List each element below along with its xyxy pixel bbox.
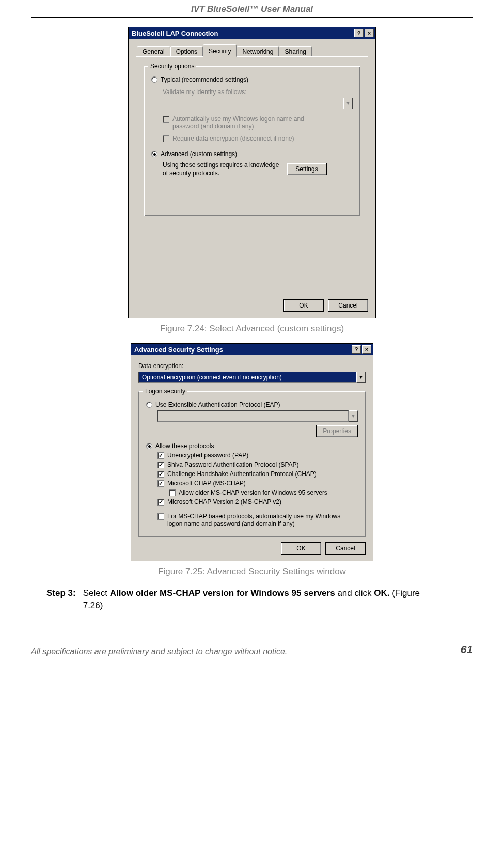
radio-typical-label: Typical (recommended settings) bbox=[161, 76, 248, 83]
eap-combo: ▼ bbox=[158, 410, 358, 422]
chk-chap-label: Challenge Handshake Authentication Proto… bbox=[167, 470, 317, 478]
chk-mschap95-label: Allow older MS-CHAP version for Windows … bbox=[179, 489, 327, 496]
tab-sharing[interactable]: Sharing bbox=[279, 46, 311, 57]
cancel-button[interactable]: Cancel bbox=[325, 542, 366, 555]
close-icon[interactable]: × bbox=[365, 29, 374, 37]
chk-mschap95[interactable] bbox=[169, 489, 176, 496]
chk-mschap2-label: Microsoft CHAP Version 2 (MS-CHAP v2) bbox=[167, 498, 281, 506]
step-text-1: Select bbox=[83, 588, 110, 598]
chk-require-enc bbox=[163, 135, 169, 142]
chevron-down-icon[interactable]: ▼ bbox=[356, 372, 366, 383]
radio-advanced-label: Advanced (custom settings) bbox=[161, 150, 237, 158]
tab-networking[interactable]: Networking bbox=[237, 46, 279, 57]
dlg1-tabs: General Options Security Networking Shar… bbox=[136, 44, 368, 56]
radio-allow-label: Allow these protocols bbox=[155, 442, 214, 450]
validate-label: Validate my identity as follows: bbox=[163, 88, 353, 96]
radio-advanced[interactable] bbox=[151, 151, 158, 157]
radio-allow-row[interactable]: Allow these protocols bbox=[146, 442, 358, 450]
ok-button[interactable]: OK bbox=[284, 299, 324, 312]
dlg1-tabpanel: Security options Typical (recommended se… bbox=[136, 56, 368, 294]
lap-connection-dialog: BlueSoleil LAP Connection ? × General Op… bbox=[128, 27, 376, 318]
step-3-label: Step 3: bbox=[46, 587, 76, 612]
help-icon[interactable]: ? bbox=[354, 29, 364, 37]
chk-pap[interactable] bbox=[158, 452, 164, 459]
footer-note: All specifications are preliminary and s… bbox=[31, 647, 287, 656]
radio-typical[interactable] bbox=[151, 76, 158, 83]
close-icon[interactable]: × bbox=[362, 345, 371, 354]
ok-button[interactable]: OK bbox=[281, 542, 321, 555]
chk-spap-label: Shiva Password Authentication Protocol (… bbox=[167, 461, 299, 468]
page-number: 61 bbox=[461, 643, 473, 656]
radio-eap-label: Use Extensible Authentication Protocol (… bbox=[155, 401, 280, 408]
step-3: Step 3: Select Allow older MS-CHAP versi… bbox=[46, 587, 442, 612]
tab-general[interactable]: General bbox=[137, 46, 170, 57]
radio-eap-row[interactable]: Use Extensible Authentication Protocol (… bbox=[146, 401, 358, 408]
advanced-note: Using these settings requires a knowledg… bbox=[163, 161, 281, 177]
radio-allow[interactable] bbox=[146, 443, 152, 449]
chevron-down-icon: ▼ bbox=[349, 410, 358, 422]
step-text-2: and click bbox=[335, 588, 374, 598]
data-encryption-value: Optional encryption (connect even if no … bbox=[138, 372, 356, 383]
chk-pap-label: Unencrypted password (PAP) bbox=[167, 452, 248, 459]
step-text-bold-1: Allow older MS-CHAP version for Windows … bbox=[110, 588, 335, 598]
chevron-down-icon: ▼ bbox=[343, 98, 353, 109]
chk-mschap[interactable] bbox=[158, 480, 164, 487]
chk-spap[interactable] bbox=[158, 462, 164, 468]
step-3-text: Select Allow older MS-CHAP version for W… bbox=[83, 587, 442, 612]
step-text-bold-2: OK. bbox=[374, 588, 389, 598]
tab-options[interactable]: Options bbox=[170, 46, 203, 57]
dlg1-title: BlueSoleil LAP Connection bbox=[132, 29, 353, 37]
help-icon[interactable]: ? bbox=[352, 345, 361, 354]
chk-autologon[interactable] bbox=[158, 513, 164, 520]
chk-chap[interactable] bbox=[158, 471, 164, 478]
chk-mschap-label: Microsoft CHAP (MS-CHAP) bbox=[167, 480, 246, 487]
header-rule bbox=[31, 17, 473, 18]
chk-auto-logon-label: Automatically use my Windows logon name … bbox=[172, 115, 327, 130]
validate-combo-field bbox=[163, 98, 343, 109]
radio-eap[interactable] bbox=[146, 402, 152, 408]
radio-advanced-row[interactable]: Advanced (custom settings) bbox=[151, 150, 353, 158]
figure-7-24-caption: Figure 7.24: Select Advanced (custom set… bbox=[31, 324, 473, 334]
security-options-legend: Security options bbox=[148, 63, 196, 70]
cancel-button[interactable]: Cancel bbox=[328, 299, 368, 312]
tab-security[interactable]: Security bbox=[203, 44, 237, 57]
figure-7-25-caption: Figure 7.25: Advanced Security Settings … bbox=[31, 567, 473, 577]
chk-autologon-label: For MS-CHAP based protocols, automatical… bbox=[167, 513, 343, 527]
dlg2-titlebar: Advanced Security Settings ? × bbox=[131, 344, 373, 355]
eap-combo-field bbox=[158, 410, 349, 422]
chk-auto-logon bbox=[163, 116, 169, 123]
radio-typical-row[interactable]: Typical (recommended settings) bbox=[151, 76, 353, 83]
chk-require-enc-label: Require data encryption (disconnect if n… bbox=[172, 135, 294, 142]
chk-mschap2[interactable] bbox=[158, 499, 164, 506]
properties-button: Properties bbox=[316, 425, 358, 437]
dlg1-titlebar: BlueSoleil LAP Connection ? × bbox=[129, 27, 375, 39]
validate-combo: ▼ bbox=[163, 98, 353, 109]
dlg2-title: Advanced Security Settings bbox=[134, 346, 351, 354]
data-encryption-label: Data encryption: bbox=[138, 362, 366, 370]
advanced-security-dialog: Advanced Security Settings ? × Data encr… bbox=[131, 343, 373, 561]
settings-button[interactable]: Settings bbox=[287, 163, 327, 175]
logon-security-legend: Logon security bbox=[143, 388, 187, 395]
data-encryption-combo[interactable]: Optional encryption (connect even if no … bbox=[138, 372, 366, 383]
doc-header: IVT BlueSoleil™ User Manual bbox=[31, 0, 473, 17]
